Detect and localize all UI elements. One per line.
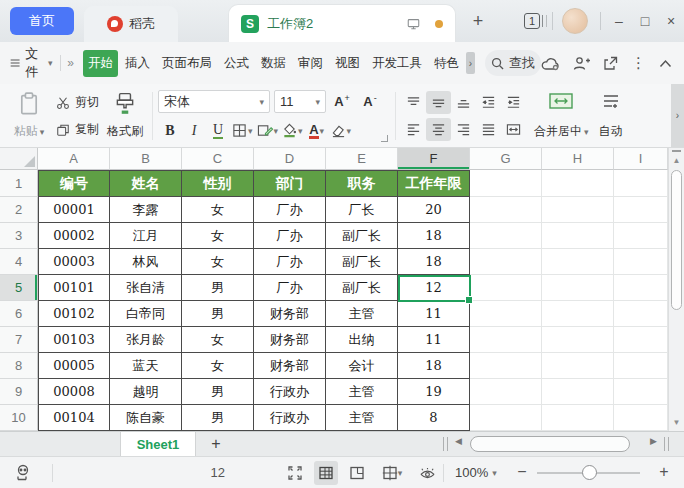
ribbon-tab-数据[interactable]: 数据 [256,50,291,77]
cell-I7[interactable] [614,327,668,353]
user-avatar[interactable] [562,8,588,34]
cell-B2[interactable]: 李露 [110,197,182,223]
cell-C8[interactable]: 女 [182,353,254,379]
macro-record-button[interactable] [13,463,33,483]
new-tab-button[interactable]: + [466,9,490,33]
column-header-H[interactable]: H [542,148,614,170]
align-left-button[interactable] [401,118,426,141]
draw-border-button[interactable]: ▾ [255,119,281,142]
cell-A10[interactable]: 00104 [38,405,110,431]
cell-C1[interactable]: 性别 [182,170,254,197]
cell-C5[interactable]: 男 [182,275,254,301]
cell-C2[interactable]: 女 [182,197,254,223]
cell-H9[interactable] [542,379,614,405]
row-header-1[interactable]: 1 [0,170,38,197]
cell-I10[interactable] [614,405,668,431]
cell-I3[interactable] [614,223,668,249]
cell-G4[interactable] [470,249,542,275]
horizontal-scrollbar[interactable] [468,436,644,452]
cell-I1[interactable] [614,170,668,197]
cell-F8[interactable]: 18 [398,353,470,379]
select-all-corner[interactable] [0,148,38,170]
cell-D8[interactable]: 财务部 [254,353,326,379]
ribbon-tab-特色[interactable]: 特色 [429,50,464,77]
cell-B6[interactable]: 白帝同 [110,301,182,327]
cell-D2[interactable]: 厂办 [254,197,326,223]
ribbon-tab-开发工具[interactable]: 开发工具 [367,50,427,77]
auto-wrap-button[interactable]: 自动 [595,89,627,143]
cell-C10[interactable]: 男 [182,405,254,431]
cell-I6[interactable] [614,301,668,327]
cell-H6[interactable] [542,301,614,327]
cell-B10[interactable]: 陈自豪 [110,405,182,431]
more-tabs-button[interactable]: › [466,52,475,74]
normal-view-button[interactable] [314,461,338,485]
cell-H8[interactable] [542,353,614,379]
ribbon-tab-插入[interactable]: 插入 [120,50,155,77]
present-monitor-icon[interactable] [406,17,421,31]
cell-E3[interactable]: 副厂长 [326,223,398,249]
column-header-I[interactable]: I [614,148,668,170]
cell-H5[interactable] [542,275,614,301]
cell-H1[interactable] [542,170,614,197]
cell-E4[interactable]: 副厂长 [326,249,398,275]
file-menu[interactable]: 文件 ▾ [10,45,53,81]
share-icon[interactable] [603,56,618,71]
zoom-level-select[interactable]: 100%▾ [455,465,497,480]
cell-D5[interactable]: 厂办 [254,275,326,301]
cell-C9[interactable]: 男 [182,379,254,405]
ribbon-tab-审阅[interactable]: 审阅 [293,50,328,77]
font-name-select[interactable]: 宋体▾ [158,90,270,113]
cell-B1[interactable]: 姓名 [110,170,182,197]
cell-H7[interactable] [542,327,614,353]
ribbon-tab-开始[interactable]: 开始 [83,50,118,77]
cut-button[interactable]: 剪切 [52,93,103,112]
cell-G2[interactable] [470,197,542,223]
cell-G10[interactable] [470,405,542,431]
cell-G3[interactable] [470,223,542,249]
cell-C4[interactable]: 女 [182,249,254,275]
ribbon-scroll-right[interactable]: › [671,84,684,147]
vertical-scroll-thumb[interactable] [671,170,682,310]
bold-button[interactable]: B [158,119,182,142]
clear-button[interactable]: ▾ [329,119,354,142]
cell-H2[interactable] [542,197,614,223]
italic-button[interactable]: I [182,119,206,142]
cell-F9[interactable]: 19 [398,379,470,405]
merge-center-button[interactable]: 合并居中▾ [530,89,593,143]
cell-G7[interactable] [470,327,542,353]
zoom-out-button[interactable]: − [513,463,531,481]
cell-F10[interactable]: 8 [398,405,470,431]
fullscreen-view-button[interactable] [283,461,307,485]
font-size-select[interactable]: 11▾ [274,90,326,113]
close-button[interactable]: × [660,10,682,32]
cell-A2[interactable]: 00001 [38,197,110,223]
column-header-A[interactable]: A [38,148,110,170]
page-break-view-button[interactable] [345,461,369,485]
cell-E6[interactable]: 主管 [326,301,398,327]
page-layout-view-button[interactable]: ▾ [376,461,408,485]
cell-E5[interactable]: 副厂长 [326,275,398,301]
cell-F1[interactable]: 工作年限 [398,170,470,197]
cell-A5[interactable]: 00101 [38,275,110,301]
row-header-2[interactable]: 2 [0,197,38,223]
minimize-button[interactable]: – [608,10,630,32]
underline-button[interactable]: U [206,119,230,142]
font-color-button[interactable]: A▾ [305,119,329,142]
sheet-tab-sheet1[interactable]: Sheet1 [120,432,196,456]
scrollbar-grip[interactable] [443,437,448,451]
scroll-down-arrow[interactable]: ▼ [669,417,684,429]
decrease-indent-button[interactable] [476,91,501,114]
selected-cell-outline[interactable] [398,275,471,302]
cell-I4[interactable] [614,249,668,275]
increase-indent-button[interactable] [501,91,526,114]
align-right-button[interactable] [451,118,476,141]
scroll-up-arrow[interactable]: ▲ [669,155,684,167]
align-middle-button[interactable] [426,91,451,114]
column-header-G[interactable]: G [470,148,542,170]
cell-F3[interactable]: 18 [398,223,470,249]
paste-button[interactable]: 粘贴▾ [6,89,52,143]
cell-E9[interactable]: 主管 [326,379,398,405]
cell-H10[interactable] [542,405,614,431]
cell-D1[interactable]: 部门 [254,170,326,197]
